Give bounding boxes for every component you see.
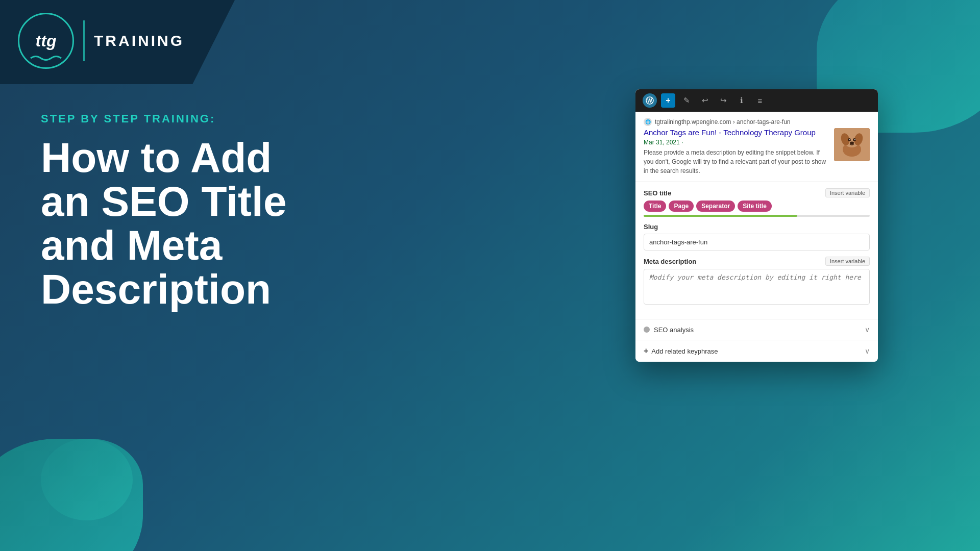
related-keyphrase-row[interactable]: + Add related keyphrase ∨ [635, 340, 878, 362]
meta-description-insert-variable-button[interactable]: Insert variable [825, 257, 870, 266]
wp-logo-icon: W [643, 93, 657, 108]
brand-text: ttg [36, 33, 57, 49]
svg-point-11 [850, 142, 854, 144]
logo-squiggle [28, 53, 64, 63]
seo-analysis-section[interactable]: SEO analysis ∨ [635, 319, 878, 340]
seo-title-label-row: SEO title Insert variable [644, 188, 870, 197]
title-line-3: and Meta [41, 222, 222, 268]
redo-icon-btn[interactable]: ↪ [716, 93, 730, 108]
slug-label: Slug [644, 223, 658, 231]
main-title: How to Add an SEO Title and Meta Descrip… [41, 136, 287, 311]
tag-page[interactable]: Page [669, 201, 694, 212]
svg-point-8 [853, 138, 856, 141]
seo-title-tags: Title Page Separator Site title [644, 201, 870, 212]
svg-point-7 [848, 138, 851, 141]
keyphrase-label: Add related keyphrase [651, 347, 718, 355]
tag-site-title[interactable]: Site title [738, 201, 772, 212]
left-content: STEP BY STEP TRAINING: How to Add an SEO… [41, 112, 287, 311]
svg-point-10 [854, 139, 855, 140]
seo-analysis-chevron-icon: ∨ [865, 325, 870, 334]
meta-description-textarea[interactable] [644, 269, 870, 305]
title-line-1: How to Add [41, 134, 272, 181]
seo-analysis-status-dot [644, 327, 650, 333]
keyphrase-left: + Add related keyphrase [644, 346, 718, 356]
title-line-4: Description [41, 266, 271, 312]
section-label: TRAINING [94, 32, 184, 49]
url-favicon: 🌐 [644, 118, 652, 126]
seo-analysis-label: SEO analysis [654, 326, 694, 334]
snippet-preview: 🌐 tgtraliningthp.wpengine.com › anchor-t… [635, 112, 878, 182]
tag-title[interactable]: Title [644, 201, 666, 212]
decorative-blob-bottom-left-2 [41, 439, 133, 520]
slug-label-row: Slug [644, 223, 870, 231]
step-label: STEP BY STEP TRAINING: [41, 112, 287, 126]
svg-text:W: W [647, 98, 652, 104]
seo-analysis-left: SEO analysis [644, 326, 694, 334]
snippet-url: 🌐 tgtraliningthp.wpengine.com › anchor-t… [644, 118, 870, 126]
logo-divider [83, 20, 85, 61]
seo-title-progress-bar [644, 215, 870, 217]
logo-area: ttg TRAINING [18, 13, 184, 69]
snippet-description: Please provide a meta description by edi… [644, 148, 828, 176]
undo-icon-btn[interactable]: ↩ [698, 93, 712, 108]
seo-title-row: SEO title Insert variable Title Page Sep… [644, 188, 870, 217]
tag-separator[interactable]: Separator [696, 201, 735, 212]
seo-title-label: SEO title [644, 189, 671, 197]
add-block-button[interactable]: + [661, 93, 675, 108]
seo-form: SEO title Insert variable Title Page Sep… [635, 182, 878, 319]
ttg-circle: ttg [18, 13, 74, 69]
snippet-title: Anchor Tags are Fun! - Technology Therap… [644, 128, 828, 137]
snippet-content: Anchor Tags are Fun! - Technology Therap… [644, 128, 870, 176]
edit-icon-btn[interactable]: ✎ [679, 93, 694, 108]
meta-description-row: Meta description Insert variable [644, 257, 870, 307]
info-icon-btn[interactable]: ℹ [734, 93, 749, 108]
slug-input[interactable] [644, 234, 870, 251]
wordpress-panel: W + ✎ ↩ ↪ ℹ ≡ 🌐 tgtraliningthp.wpengine.… [635, 89, 878, 362]
snippet-image [834, 128, 870, 161]
ttg-logo: ttg [18, 13, 74, 69]
seo-title-insert-variable-button[interactable]: Insert variable [825, 188, 870, 197]
snippet-text-area: Anchor Tags are Fun! - Technology Therap… [644, 128, 828, 176]
dog-svg [834, 128, 870, 161]
keyphrase-chevron-icon: ∨ [865, 347, 870, 355]
svg-point-9 [849, 139, 850, 140]
meta-description-label: Meta description [644, 258, 696, 265]
title-line-2: an SEO Title [41, 178, 287, 224]
wp-toolbar: W + ✎ ↩ ↪ ℹ ≡ [635, 89, 878, 112]
snippet-date: Mar 31, 2021 · [644, 139, 828, 146]
slug-row: Slug [644, 223, 870, 251]
progress-bar-fill [644, 215, 797, 217]
meta-description-label-row: Meta description Insert variable [644, 257, 870, 266]
keyphrase-plus-icon: + [644, 346, 648, 356]
menu-icon-btn[interactable]: ≡ [753, 93, 767, 108]
